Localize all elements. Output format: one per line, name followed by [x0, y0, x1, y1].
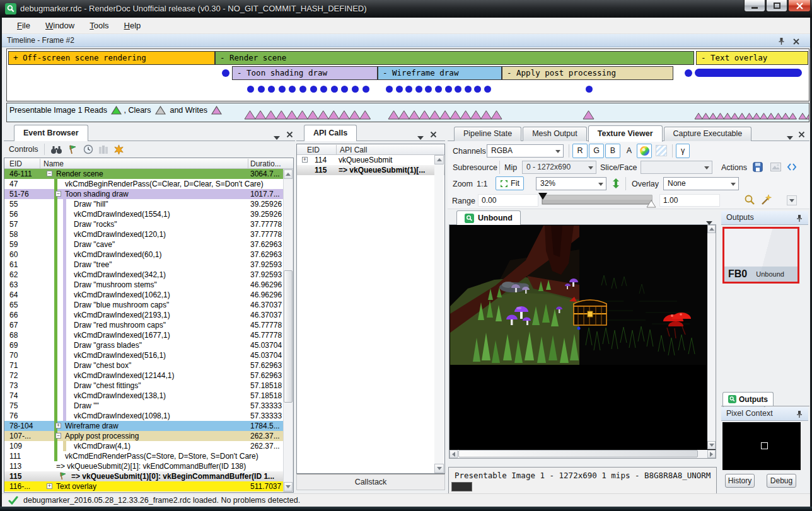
event-dot[interactable] [289, 86, 296, 93]
event-row[interactable]: 73Draw "chest fittings"57.18518 [4, 381, 293, 391]
chevron-down-icon[interactable] [787, 131, 796, 140]
zoom-percent-select[interactable]: 32% [536, 177, 606, 190]
event-row[interactable]: 74vkCmdDrawIndexed(138,1)57.18518 [4, 391, 293, 401]
texture-hscrollbar[interactable] [450, 450, 716, 458]
event-dot[interactable] [386, 86, 393, 93]
api-call-row[interactable]: 115=> vkQueueSubmit(1)[... [297, 165, 444, 175]
texture-canvas[interactable] [449, 225, 716, 459]
event-dot[interactable] [299, 86, 306, 93]
range-max-input[interactable]: 1.00 [659, 194, 720, 207]
event-row[interactable]: 76vkCmdDrawIndexed(1098,1)57.33333 [4, 411, 293, 421]
event-dot-run[interactable] [695, 69, 802, 77]
col-api-call[interactable]: API Call [340, 146, 367, 154]
tab-capture-executable[interactable]: Capture Executable [664, 127, 752, 141]
event-row[interactable]: 63Draw "mushroom stems"46.96296 [4, 280, 293, 290]
menu-file[interactable]: File [11, 19, 37, 32]
col-eid[interactable]: EID [307, 146, 320, 154]
timeline-bar[interactable]: - Toon shading draw [232, 66, 378, 80]
pixel-context-view[interactable] [722, 422, 801, 470]
event-dot[interactable] [362, 86, 369, 93]
debug-button[interactable]: Debug [767, 474, 796, 488]
col-eid[interactable]: EID [9, 159, 22, 168]
gamma-button[interactable]: γ [676, 144, 690, 158]
expand-toggle[interactable]: + [55, 423, 61, 428]
event-dot[interactable] [268, 86, 275, 93]
minimize-button[interactable] [744, 0, 765, 12]
event-row[interactable]: 78-104+Wireframe draw1784.5... [4, 421, 293, 431]
tab-texture-viewer[interactable]: Texture Viewer [588, 125, 663, 142]
event-row[interactable]: 75Draw ""57.33333 [4, 401, 293, 411]
pin-icon[interactable] [777, 37, 786, 49]
event-row[interactable]: 67Draw "red mushroom caps"45.77778 [4, 320, 293, 330]
channel-g-button[interactable]: G [589, 144, 604, 158]
close-icon[interactable] [792, 37, 800, 49]
tab-api-calls[interactable]: API Calls [304, 125, 357, 141]
event-row[interactable]: 61Draw "tree"37.92593 [4, 260, 293, 270]
col-duration[interactable]: Duratio... [250, 159, 281, 168]
col-name[interactable]: Name [44, 159, 64, 168]
event-row[interactable]: 69Draw "grass blades"45.03704 [4, 340, 293, 350]
pixel-context-header[interactable]: Pixel Context [721, 407, 808, 421]
texture-vscrollbar[interactable] [707, 225, 716, 449]
event-row[interactable]: 109vkCmdDraw(4,1)262.37... [4, 441, 293, 451]
event-dot[interactable] [310, 86, 317, 93]
tab-event-browser[interactable]: Event Browser [14, 125, 88, 141]
channels-select[interactable]: RGBA [487, 144, 564, 158]
slice-face-select[interactable] [641, 161, 712, 174]
event-row[interactable]: 68vkCmdDrawIndexed(1677,1)45.77778 [4, 330, 293, 340]
tab-pipeline-state[interactable]: Pipeline State [454, 127, 521, 141]
expand-toggle[interactable]: + [47, 483, 52, 489]
range-slider[interactable] [537, 192, 657, 209]
channel-a-button[interactable]: A [622, 144, 637, 158]
chevron-down-icon[interactable] [417, 131, 426, 140]
collapse-toggle[interactable]: − [55, 433, 61, 439]
api-call-row[interactable]: +114vkQueueSubmit [297, 155, 444, 165]
event-row[interactable]: 60vkCmdDrawIndexed(60,1)37.62963 [4, 250, 293, 260]
timeline-bar[interactable]: - Apply post processing [502, 66, 673, 80]
scrollbar-thumb[interactable] [284, 270, 293, 403]
event-dot[interactable] [484, 86, 491, 93]
event-row[interactable]: 57Draw "rocks"37.77778 [4, 219, 293, 229]
timeline-bar[interactable]: + Off-screen scene rendering [8, 51, 215, 65]
event-row[interactable]: 56vkCmdDrawIndexed(1554,1)39.25926 [4, 209, 293, 219]
history-button[interactable]: History [725, 474, 755, 488]
event-row[interactable]: 62vkCmdDrawIndexed(342,1)37.92593 [4, 270, 293, 280]
event-dot[interactable] [405, 86, 412, 93]
event-dot[interactable] [425, 86, 432, 93]
timeline-bar[interactable]: - Wireframe draw [378, 66, 502, 80]
channel-b-button[interactable]: B [605, 144, 620, 158]
event-dot[interactable] [258, 86, 265, 93]
texture-image[interactable] [450, 226, 707, 365]
event-row[interactable]: 46-111−Render scene3064.7... [4, 169, 293, 179]
bookmark-icon[interactable] [113, 144, 124, 155]
time-draws-clock-icon[interactable] [83, 144, 93, 154]
alpha-background-checker-button[interactable] [656, 145, 667, 156]
close-icon[interactable] [430, 129, 439, 138]
event-dot[interactable] [586, 86, 593, 93]
collapse-toggle[interactable]: − [47, 171, 52, 176]
toolbar-overflow-icon[interactable] [787, 195, 797, 205]
event-row[interactable]: 72vkCmdDrawIndexed(12144,1)57.62963 [4, 370, 293, 381]
event-dot[interactable] [320, 86, 327, 93]
event-dot[interactable] [331, 86, 338, 93]
event-dot[interactable] [341, 86, 348, 93]
timeline-bar[interactable]: - Text overlay [696, 51, 808, 65]
event-dot[interactable] [435, 86, 442, 93]
title-bar[interactable]: debugmarker.rdc - RenderDoc Unofficial r… [0, 0, 812, 18]
event-dot[interactable] [247, 86, 254, 93]
event-row[interactable]: 47vkCmdBeginRenderPass(C=Clear, D=Clear,… [4, 179, 293, 189]
zoom-fit-button[interactable]: Fit [496, 176, 524, 190]
chevron-down-icon[interactable] [274, 131, 282, 140]
zoom-1to1-button[interactable]: 1:1 [477, 180, 487, 188]
timeline-header[interactable]: Timeline - Frame #2 [2, 34, 810, 47]
expand-toggle[interactable]: + [302, 157, 308, 163]
maximize-button[interactable] [766, 0, 787, 12]
menu-tools[interactable]: Tools [83, 19, 115, 32]
event-dot[interactable] [685, 69, 692, 77]
event-row[interactable]: 71Draw "chest box"57.62963 [4, 360, 293, 370]
event-row[interactable]: 59Draw "cave"37.62963 [4, 239, 293, 250]
tab-unbound[interactable]: Unbound [456, 210, 521, 225]
collapse-toggle[interactable]: − [55, 191, 61, 197]
custom-visualisation-wheel-button[interactable] [637, 144, 652, 158]
save-texture-icon[interactable] [751, 161, 764, 173]
